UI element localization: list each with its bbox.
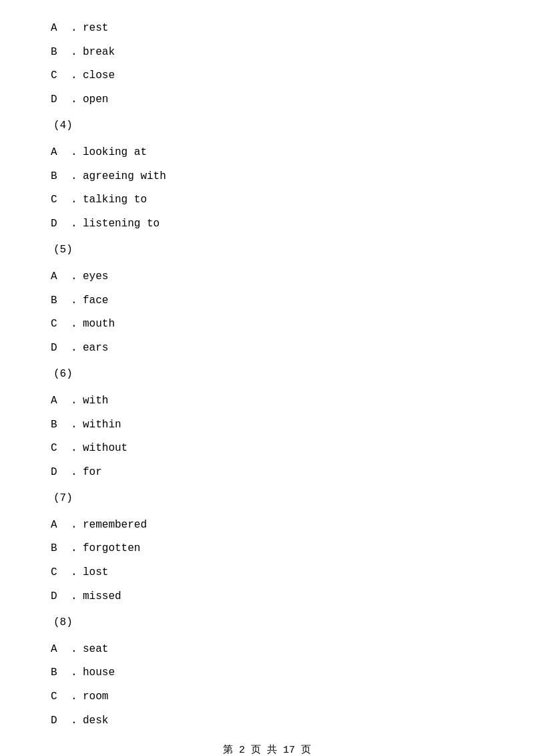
option-line-1-1: B . agreeing with (51, 168, 483, 186)
option-text-3-2: without (83, 440, 127, 457)
option-dot-0-2: . (71, 67, 83, 85)
option-text-3-0: with (83, 393, 108, 410)
section-number-5: (8) (51, 614, 483, 632)
option-line-3-2: C . without (51, 440, 483, 457)
option-label-5-0: A (51, 641, 71, 658)
option-dot-1-1: . (71, 168, 83, 186)
option-dot-2-1: . (71, 293, 83, 310)
option-text-3-3: for (83, 464, 102, 482)
option-text-1-0: looking at (83, 144, 147, 162)
option-label-4-3: D (51, 588, 71, 606)
option-label-2-0: A (51, 268, 71, 286)
option-dot-3-3: . (71, 464, 83, 482)
option-dot-4-0: . (71, 517, 83, 534)
option-label-2-3: D (51, 340, 71, 357)
option-label-0-3: D (51, 91, 71, 109)
option-line-5-3: D . desk (51, 713, 483, 730)
option-text-0-1: break (83, 44, 115, 61)
option-text-0-0: rest (83, 20, 108, 37)
option-line-3-0: A . with (51, 393, 483, 410)
section-number-1: (4) (51, 118, 483, 135)
option-dot-4-1: . (71, 540, 83, 558)
option-text-4-0: remembered (83, 517, 147, 534)
option-line-4-2: C . lost (51, 564, 483, 582)
section-number-4: (7) (51, 490, 483, 508)
option-line-0-3: D . open (51, 91, 483, 109)
option-text-5-3: desk (83, 713, 108, 730)
option-text-5-0: seat (83, 641, 108, 658)
option-label-1-1: B (51, 168, 71, 186)
option-line-0-1: B . break (51, 44, 483, 61)
option-label-4-0: A (51, 517, 71, 534)
option-line-4-3: D . missed (51, 588, 483, 606)
option-dot-1-3: . (71, 216, 83, 233)
option-line-2-2: C . mouth (51, 316, 483, 333)
option-dot-0-0: . (71, 20, 83, 37)
option-label-4-1: B (51, 540, 71, 558)
option-dot-3-0: . (71, 393, 83, 410)
option-text-0-2: close (83, 67, 115, 85)
option-label-2-1: B (51, 293, 71, 310)
page-footer: 第 2 页 共 17 页 (0, 743, 534, 756)
option-label-1-2: C (51, 192, 71, 209)
option-text-0-3: open (83, 91, 108, 109)
option-label-1-0: A (51, 144, 71, 162)
option-text-1-1: agreeing with (83, 168, 166, 186)
option-text-1-3: listening to (83, 216, 160, 233)
option-line-4-1: B . forgotten (51, 540, 483, 558)
main-content: A . restB . breakC . closeD . open(4)A .… (0, 0, 534, 756)
option-line-2-3: D . ears (51, 340, 483, 357)
option-label-5-1: B (51, 665, 71, 682)
option-label-1-3: D (51, 216, 71, 233)
option-dot-2-2: . (71, 316, 83, 333)
option-dot-3-2: . (71, 440, 83, 457)
option-line-4-0: A . remembered (51, 517, 483, 534)
option-text-5-1: house (83, 665, 115, 682)
option-line-0-2: C . close (51, 67, 483, 85)
option-dot-4-3: . (71, 588, 83, 606)
option-line-5-2: C . room (51, 689, 483, 706)
option-dot-3-1: . (71, 417, 83, 434)
option-label-3-0: A (51, 393, 71, 410)
option-label-0-1: B (51, 44, 71, 61)
option-text-2-2: mouth (83, 316, 115, 333)
option-dot-5-0: . (71, 641, 83, 658)
option-text-4-2: lost (83, 564, 108, 582)
option-label-3-3: D (51, 464, 71, 482)
option-dot-5-2: . (71, 689, 83, 706)
option-line-2-1: B . face (51, 293, 483, 310)
option-text-5-2: room (83, 689, 108, 706)
option-line-3-1: B . within (51, 417, 483, 434)
option-label-0-2: C (51, 67, 71, 85)
option-line-1-2: C . talking to (51, 192, 483, 209)
option-text-3-1: within (83, 417, 121, 434)
option-text-4-3: missed (83, 588, 121, 606)
option-label-3-1: B (51, 417, 71, 434)
option-dot-0-1: . (71, 44, 83, 61)
option-dot-5-1: . (71, 665, 83, 682)
section-number-2: (5) (51, 242, 483, 259)
option-label-5-2: C (51, 689, 71, 706)
option-dot-2-3: . (71, 340, 83, 357)
option-label-0-0: A (51, 20, 71, 37)
option-dot-0-3: . (71, 91, 83, 109)
option-line-3-3: D . for (51, 464, 483, 482)
option-text-2-3: ears (83, 340, 108, 357)
page-number: 第 2 页 共 17 页 (223, 745, 311, 756)
option-line-5-1: B . house (51, 665, 483, 682)
option-text-2-0: eyes (83, 268, 108, 286)
option-text-2-1: face (83, 293, 108, 310)
option-label-2-2: C (51, 316, 71, 333)
option-label-5-3: D (51, 713, 71, 730)
option-dot-4-2: . (71, 564, 83, 582)
option-dot-5-3: . (71, 713, 83, 730)
section-number-3: (6) (51, 366, 483, 383)
option-dot-2-0: . (71, 268, 83, 286)
option-dot-1-0: . (71, 144, 83, 162)
option-dot-1-2: . (71, 192, 83, 209)
option-line-2-0: A . eyes (51, 268, 483, 286)
option-line-0-0: A . rest (51, 20, 483, 37)
option-text-1-2: talking to (83, 192, 147, 209)
option-text-4-1: forgotten (83, 540, 140, 558)
option-label-3-2: C (51, 440, 71, 457)
